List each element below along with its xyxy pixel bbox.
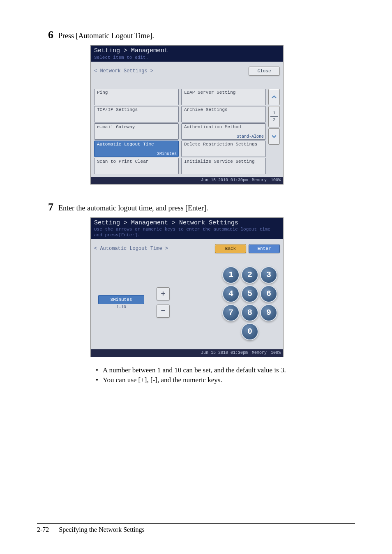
status-time: Jun 15 2010 01:30pm [201, 351, 248, 355]
item-tcpip[interactable]: TCP/IP Settings [94, 106, 179, 122]
key-8[interactable]: 8 [241, 304, 258, 321]
item-label: Delete Restriction Settings [184, 142, 257, 147]
step-6-number: 6 [37, 29, 58, 41]
pager-scroll: 1 2 [268, 89, 280, 174]
item-label: Archive Settings [184, 107, 228, 112]
item-label: TCP/IP Settings [97, 107, 138, 112]
increment-button[interactable]: + [157, 287, 170, 300]
status-memory-label: Memory [252, 351, 267, 355]
back-button[interactable]: Back [215, 244, 246, 253]
status-memory-label: Memory [252, 178, 267, 182]
item-ping[interactable]: Ping [94, 89, 179, 105]
numeric-keypad: 1 2 3 4 5 6 7 8 9 0 [222, 266, 276, 339]
step-7: 7 Enter the automatic logout time, and p… [37, 201, 355, 213]
breadcrumb: Setting > Management [94, 47, 280, 55]
key-0[interactable]: 0 [241, 323, 258, 340]
item-auth-method[interactable]: Authentication Method Stand-Alone [181, 123, 266, 140]
screenshot-1-header: Setting > Management Select item to edit… [91, 46, 283, 62]
item-sub: Stand-Alone [237, 134, 264, 139]
item-scan-to-print-clear[interactable]: Scan to Print Clear [94, 158, 179, 174]
decrement-button[interactable]: − [157, 305, 170, 318]
key-4[interactable]: 4 [222, 285, 240, 302]
item-auto-logout[interactable]: Automatic Logout Time 3Minutes [94, 141, 179, 157]
item-delete-restriction[interactable]: Delete Restriction Settings [181, 141, 266, 157]
item-label: Ping [97, 90, 108, 95]
hint-text: Use the arrows or numeric keys to enter … [94, 227, 280, 238]
range-label: 1-10 [116, 305, 126, 309]
item-label: Scan to Print Clear [97, 159, 148, 164]
list-item: •A number between 1 and 10 can be set, a… [95, 365, 355, 375]
item-label: LDAP Server Setting [184, 90, 235, 95]
item-sub: 3Minutes [157, 152, 177, 156]
list-item: •You can use [+], [-], and the numeric k… [95, 375, 355, 385]
hint-text: Select item to edit. [94, 55, 280, 61]
notes: •A number between 1 and 10 can be set, a… [95, 365, 355, 385]
key-6[interactable]: 6 [260, 285, 277, 302]
bullet-icon: • [95, 365, 99, 375]
chevron-down-icon [272, 134, 277, 139]
close-button[interactable]: Close [249, 67, 280, 76]
status-bar: Jun 15 2010 01:30pm Memory 100% [91, 349, 283, 357]
key-2[interactable]: 2 [241, 266, 258, 284]
item-label: e-mail Gateway [97, 125, 135, 129]
step-7-number: 7 [37, 201, 58, 213]
footer-title: Specifying the Network Settings [59, 526, 144, 533]
settings-column-left: Ping TCP/IP Settings e-mail Gateway Auto… [94, 89, 179, 174]
page-number: 2-72 [37, 526, 49, 533]
breadcrumb: Setting > Management > Network Settings [94, 219, 280, 227]
page-indicator: 1 2 [268, 106, 280, 127]
screenshot-2-header: Setting > Management > Network Settings … [91, 218, 283, 239]
screenshot-edit-time: Setting > Management > Network Settings … [90, 217, 284, 357]
key-1[interactable]: 1 [222, 266, 240, 284]
page-up-button[interactable] [268, 89, 280, 105]
screenshot-management: Setting > Management Select item to edit… [90, 45, 284, 185]
key-5[interactable]: 5 [241, 285, 258, 302]
step-6: 6 Press [Automatic Logout Time]. [37, 29, 355, 41]
status-bar: Jun 15 2010 01:30pm Memory 100% [91, 177, 283, 184]
item-email-gateway[interactable]: e-mail Gateway [94, 123, 179, 140]
note-text: You can use [+], [-], and the numeric ke… [103, 375, 222, 385]
page-current: 1 [273, 111, 276, 115]
item-label: Initialize Service Setting [184, 159, 255, 164]
item-archive[interactable]: Archive Settings [181, 106, 266, 122]
settings-column-right: LDAP Server Setting Archive Settings Aut… [181, 89, 266, 174]
page-down-button[interactable] [268, 128, 280, 145]
enter-button[interactable]: Enter [249, 244, 280, 253]
item-label: Authentication Method [184, 125, 241, 129]
page-footer: 2-72 Specifying the Network Settings [37, 523, 355, 533]
page-total: 2 [273, 118, 276, 122]
item-init-service[interactable]: Initialize Service Setting [181, 158, 266, 174]
key-7[interactable]: 7 [222, 304, 240, 321]
key-9[interactable]: 9 [260, 304, 277, 321]
step-6-text: Press [Automatic Logout Time]. [58, 32, 154, 40]
item-label: Automatic Logout Time [97, 142, 154, 147]
step-7-text: Enter the automatic logout time, and pre… [58, 204, 208, 212]
divider [270, 116, 278, 117]
status-memory-pct: 100% [271, 351, 281, 355]
bullet-icon: • [95, 375, 99, 385]
note-text: A number between 1 and 10 can be set, an… [103, 365, 286, 375]
value-display: 3Minutes [98, 295, 144, 304]
section-title: < Automatic Logout Time > [94, 246, 168, 252]
status-memory-pct: 100% [271, 178, 281, 182]
key-3[interactable]: 3 [260, 266, 277, 284]
status-time: Jun 15 2010 01:30pm [201, 178, 248, 182]
section-title: < Network Settings > [94, 68, 153, 74]
chevron-up-icon [272, 95, 277, 99]
item-ldap[interactable]: LDAP Server Setting [181, 89, 266, 105]
